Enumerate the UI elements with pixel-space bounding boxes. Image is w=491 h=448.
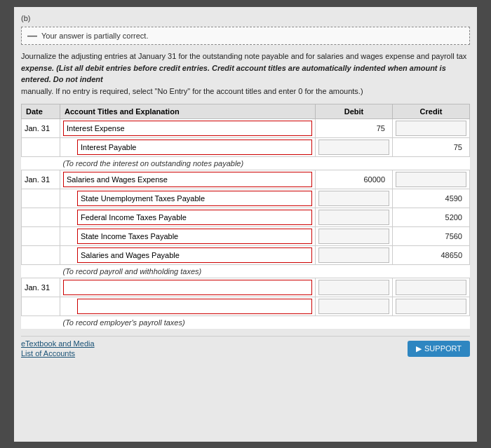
list-of-accounts-link[interactable]: List of Accounts — [21, 349, 95, 358]
debit-input[interactable] — [318, 247, 389, 263]
instructions-line3: manually. If no entry is required, selec… — [21, 87, 363, 95]
date-cell: Jan. 31 — [22, 119, 60, 138]
table-row: Jan. 31 60000 — [22, 170, 470, 189]
credit-input[interactable] — [396, 299, 466, 314]
credit-value: 4590 — [396, 194, 466, 203]
account-input-indented[interactable] — [77, 191, 312, 206]
account-cell — [60, 170, 316, 189]
account-input-indented[interactable] — [77, 140, 312, 155]
credit-cell — [393, 119, 470, 138]
account-input-empty-indented[interactable] — [77, 299, 312, 314]
table-row: 48650 — [22, 246, 470, 265]
account-cell-indented — [60, 297, 316, 316]
credit-input[interactable] — [396, 121, 466, 136]
debit-value: 75 — [318, 124, 389, 133]
account-input[interactable] — [63, 172, 312, 187]
note-text: (To record payroll and withholding taxes… — [60, 265, 470, 278]
account-cell-indented — [60, 208, 316, 227]
credit-input[interactable] — [396, 280, 466, 295]
dash-icon: — — [27, 30, 37, 41]
table-row: 5200 — [22, 208, 470, 227]
debit-input[interactable] — [318, 210, 389, 225]
table-row: Jan. 31 75 — [22, 119, 470, 138]
bottom-bar: eTextbook and Media List of Accounts ▶ S… — [21, 336, 470, 360]
debit-input[interactable] — [318, 229, 389, 244]
account-input-empty[interactable] — [63, 280, 312, 295]
date-cell: Jan. 31 — [22, 170, 60, 189]
credit-value: 48650 — [396, 251, 466, 259]
table-row: 4590 — [22, 189, 470, 208]
partial-correct-box: — Your answer is partially correct. — [21, 27, 470, 45]
journal-table: Date Account Titles and Explanation Debi… — [21, 104, 470, 329]
note-row: (To record the interest on outstanding n… — [22, 157, 470, 170]
table-row: 75 — [22, 138, 470, 157]
account-input-indented[interactable] — [77, 247, 312, 263]
account-cell-indented — [60, 189, 316, 208]
credit-value: 75 — [396, 143, 466, 151]
note-row: (To record employer's payroll taxes) — [22, 316, 470, 330]
header-credit: Credit — [393, 104, 470, 119]
table-row: Jan. 31 — [22, 278, 470, 297]
account-cell — [60, 119, 316, 138]
debit-input[interactable] — [318, 280, 389, 295]
support-icon: ▶ — [416, 344, 422, 353]
account-cell — [60, 278, 316, 297]
header-debit: Debit — [316, 104, 393, 119]
note-row: (To record payroll and withholding taxes… — [22, 265, 470, 278]
label-b: (b) — [21, 14, 470, 22]
header-account: Account Titles and Explanation — [60, 104, 316, 119]
account-input[interactable] — [63, 121, 312, 136]
note-text: (To record employer's payroll taxes) — [60, 316, 470, 330]
instructions-line2: expense. (List all debit entries before … — [21, 64, 446, 84]
table-row — [22, 297, 470, 316]
etextbook-link[interactable]: eTextbook and Media — [21, 339, 95, 348]
account-cell-indented — [60, 227, 316, 246]
debit-value: 60000 — [318, 175, 389, 184]
debit-cell: 75 — [316, 119, 393, 138]
debit-input[interactable] — [318, 299, 389, 314]
note-text: (To record the interest on outstanding n… — [60, 157, 470, 170]
table-row: 7560 — [22, 227, 470, 246]
support-label: SUPPORT — [424, 344, 462, 353]
account-input-indented[interactable] — [77, 210, 312, 225]
account-input-indented[interactable] — [77, 229, 312, 244]
credit-input[interactable] — [396, 172, 466, 187]
instructions-line1: Journalize the adjusting entries at Janu… — [21, 52, 466, 60]
bottom-links: eTextbook and Media List of Accounts — [21, 339, 95, 358]
debit-input[interactable] — [318, 191, 389, 206]
page-container: (b) — Your answer is partially correct. … — [14, 7, 477, 442]
credit-value: 7560 — [396, 232, 466, 240]
date-cell: Jan. 31 — [22, 278, 60, 297]
header-date: Date — [22, 104, 60, 119]
instructions: Journalize the adjusting entries at Janu… — [21, 50, 470, 97]
debit-input[interactable] — [318, 140, 389, 155]
support-button[interactable]: ▶ SUPPORT — [408, 341, 470, 357]
credit-value: 5200 — [396, 213, 466, 222]
partial-correct-text: Your answer is partially correct. — [41, 32, 148, 40]
account-cell-indented — [60, 246, 316, 265]
account-cell-indented — [60, 138, 316, 157]
